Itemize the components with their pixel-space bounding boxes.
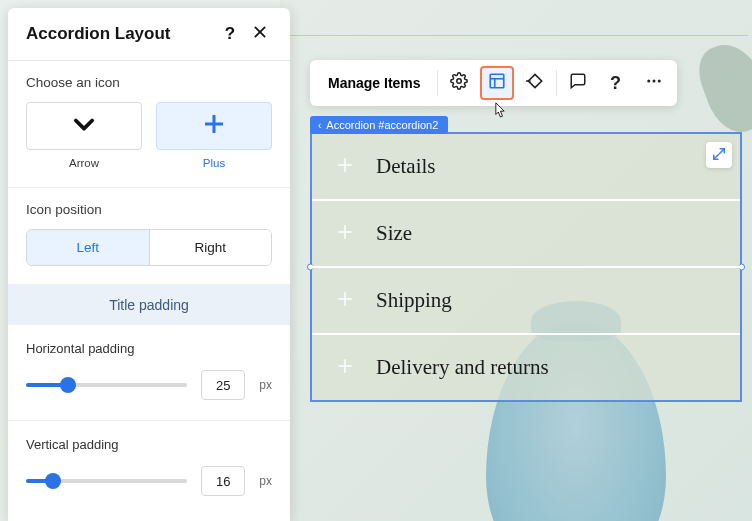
element-toolbar: Manage Items ? [310,60,677,106]
panel-header: Accordion Layout ? [8,8,290,61]
horizontal-padding-section: Horizontal padding px [8,325,290,421]
animation-icon [525,71,545,95]
icon-position-label: Icon position [26,202,272,217]
slider-thumb[interactable] [60,377,76,393]
comments-button[interactable] [561,66,595,100]
svg-point-5 [652,80,655,83]
icon-position-toggle: Left Right [26,229,272,266]
panel-help-button[interactable]: ? [218,22,242,46]
chevron-down-icon [70,110,98,142]
accordion-item[interactable]: Size [312,201,740,268]
guide-line [290,35,748,36]
animation-button[interactable] [518,66,552,100]
choose-icon-section: Choose an icon Arrow Plus [8,61,290,188]
accordion-item-title: Details [376,154,435,179]
settings-button[interactable] [442,66,476,100]
icon-option-label: Plus [203,157,225,169]
panel-title: Accordion Layout [26,24,212,44]
accordion-item-title: Delivery and returns [376,355,549,380]
vertical-padding-section: Vertical padding px [8,421,290,516]
accordion-item-title: Shipping [376,288,452,313]
chevron-left-icon: ‹ [318,120,321,131]
separator [556,70,557,96]
position-right-button[interactable]: Right [149,230,272,265]
help-button[interactable]: ? [599,66,633,100]
selection-breadcrumb[interactable]: ‹ Accordion #accordion2 [310,116,448,134]
plus-icon [336,357,354,379]
plus-icon [202,112,226,140]
vertical-padding-label: Vertical padding [26,437,272,452]
more-button[interactable] [637,66,671,100]
vertical-padding-slider[interactable] [26,479,187,483]
icon-option-arrow[interactable]: Arrow [26,102,142,169]
horizontal-padding-slider[interactable] [26,383,187,387]
plus-icon [336,156,354,178]
unit-label: px [259,378,272,392]
comment-icon [569,72,587,94]
choose-icon-label: Choose an icon [26,75,272,90]
manage-items-button[interactable]: Manage Items [314,75,435,91]
help-icon: ? [610,73,621,94]
layout-icon [488,72,506,94]
expand-icon [712,147,726,164]
breadcrumb-label: Accordion #accordion2 [326,119,438,131]
slider-thumb[interactable] [45,473,61,489]
plus-icon [336,290,354,312]
layout-button[interactable] [480,66,514,100]
unit-label: px [259,474,272,488]
icon-option-plus[interactable]: Plus [156,102,272,169]
accordion-item-title: Size [376,221,412,246]
more-icon [645,72,663,94]
accordion-item[interactable]: Details [312,134,740,201]
icon-option-label: Arrow [69,157,99,169]
svg-point-6 [657,80,660,83]
close-icon [252,24,268,45]
svg-rect-1 [490,74,504,88]
position-left-button[interactable]: Left [27,230,149,265]
horizontal-padding-input[interactable] [201,370,245,400]
help-icon: ? [225,24,235,44]
vertical-padding-input[interactable] [201,466,245,496]
svg-point-0 [456,79,461,84]
plus-icon [336,223,354,245]
accordion-item[interactable]: Shipping [312,268,740,335]
layout-panel: Accordion Layout ? Choose an icon Arrow [8,8,290,521]
svg-point-4 [647,80,650,83]
icon-position-section: Icon position Left Right [8,188,290,285]
separator [437,70,438,96]
gear-icon [450,72,468,94]
panel-close-button[interactable] [248,22,272,46]
accordion-item[interactable]: Delivery and returns [312,335,740,400]
expand-button[interactable] [706,142,732,168]
horizontal-padding-label: Horizontal padding [26,341,272,356]
accordion-selection[interactable]: Details Size Shipping Delivery and retur… [310,132,742,402]
title-padding-heading: Title padding [8,285,290,325]
